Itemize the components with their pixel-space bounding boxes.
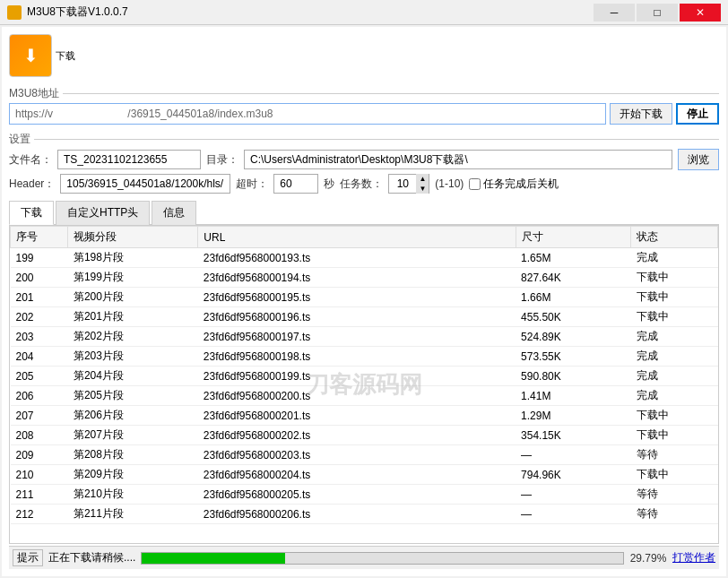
dir-input[interactable] xyxy=(244,150,672,169)
table-row: 206 第205片段 23fd6df9568000200.ts 1.41M 完成 xyxy=(11,386,718,406)
tab-info[interactable]: 信息 xyxy=(152,201,196,225)
table-row: 203 第202片段 23fd6df9568000197.ts 524.89K … xyxy=(11,327,718,347)
cell-status: 等待 xyxy=(631,505,718,524)
table-row: 207 第206片段 23fd6df9568000201.ts 1.29M 下载… xyxy=(11,406,718,426)
cell-seg: 第211片段 xyxy=(68,505,198,524)
cell-url: 23fd6df9568000197.ts xyxy=(198,327,516,347)
cell-url: 23fd6df9568000205.ts xyxy=(198,485,516,505)
cell-size: 1.65M xyxy=(516,248,631,268)
cell-status: 完成 xyxy=(631,347,718,367)
table-row: 204 第203片段 23fd6df9568000198.ts 573.55K … xyxy=(11,347,718,367)
download-table: 序号 视频分段 URL 尺寸 状态 199 第198片段 23fd6df9568… xyxy=(10,226,718,524)
shutdown-checkbox-label[interactable]: 任务完成后关机 xyxy=(469,177,559,192)
spinbox-up-button[interactable]: ▲ xyxy=(416,174,429,184)
download-icon-button[interactable]: ⬇ xyxy=(9,34,52,77)
cell-status: 下载中 xyxy=(631,268,718,288)
cell-seq: 205 xyxy=(11,367,68,386)
stop-button[interactable]: 停止 xyxy=(676,103,719,125)
timeout-input[interactable] xyxy=(273,174,318,194)
cell-seq: 201 xyxy=(11,288,68,307)
cell-seg: 第206片段 xyxy=(68,406,198,426)
browse-button[interactable]: 浏览 xyxy=(678,149,719,170)
cell-seg: 第207片段 xyxy=(68,426,198,445)
cell-url: 23fd6df9568000194.ts xyxy=(198,268,516,288)
cell-size: — xyxy=(516,445,631,465)
cell-size: — xyxy=(516,485,631,505)
cell-seq: 200 xyxy=(11,268,68,288)
title-bar-buttons: ─ □ ✕ xyxy=(594,4,721,22)
start-download-button[interactable]: 开始下载 xyxy=(610,103,672,125)
table-row: 208 第207片段 23fd6df9568000202.ts 354.15K … xyxy=(11,426,718,445)
filename-input[interactable] xyxy=(57,150,201,169)
task-count-spinbox[interactable]: ▲ ▼ xyxy=(388,174,429,194)
cell-seq: 204 xyxy=(11,347,68,367)
url-input[interactable] xyxy=(9,103,606,125)
cell-status: 下载中 xyxy=(631,288,718,307)
tab-download[interactable]: 下载 xyxy=(9,201,54,225)
cell-url: 23fd6df9568000196.ts xyxy=(198,307,516,327)
main-content: ⬇ 下载 M3U8地址 开始下载 停止 设置 文件名： 目录： 浏览 Heade… xyxy=(2,27,726,576)
task-count-input[interactable] xyxy=(389,175,416,193)
maximize-button[interactable]: □ xyxy=(637,4,678,22)
cell-status: 等待 xyxy=(631,445,718,465)
cell-status: 完成 xyxy=(631,386,718,406)
task-count-range: (1-10) xyxy=(435,177,464,190)
status-bar: 提示 正在下载请稍候.... 29.79% 打赏作者 xyxy=(9,546,719,569)
cell-status: 完成 xyxy=(631,327,718,347)
cell-seq: 207 xyxy=(11,406,68,426)
tab-http-header[interactable]: 自定义HTTP头 xyxy=(56,201,150,225)
cell-seq: 206 xyxy=(11,386,68,406)
cell-url: 23fd6df9568000198.ts xyxy=(198,347,516,367)
download-label: 下载 xyxy=(56,49,75,63)
cell-seg: 第200片段 xyxy=(68,288,198,307)
table-row: 211 第210片段 23fd6df9568000205.ts — 等待 xyxy=(11,485,718,505)
cell-url: 23fd6df9568000203.ts xyxy=(198,445,516,465)
col-header-url: URL xyxy=(198,227,516,248)
hint-label: 提示 xyxy=(13,549,43,566)
cell-seq: 210 xyxy=(11,465,68,485)
cell-seg: 第205片段 xyxy=(68,386,198,406)
cell-url: 23fd6df9568000202.ts xyxy=(198,426,516,445)
progress-percent: 29.79% xyxy=(629,552,667,565)
cell-size: 1.29M xyxy=(516,406,631,426)
table-row: 210 第209片段 23fd6df9568000204.ts 794.96K … xyxy=(11,465,718,485)
dir-label: 目录： xyxy=(206,152,238,168)
progress-bar-fill xyxy=(142,553,285,564)
cell-seg: 第199片段 xyxy=(68,268,198,288)
cell-size: 1.66M xyxy=(516,288,631,307)
filename-label: 文件名： xyxy=(9,152,52,168)
table-row: 200 第199片段 23fd6df9568000194.ts 827.64K … xyxy=(11,268,718,288)
settings-section: 设置 文件名： 目录： 浏览 Header： 超时： 秒 任务数： ▲ ▼ (1… xyxy=(9,130,719,197)
title-bar-text: M3U8下载器V1.0.0.7 xyxy=(27,4,594,20)
close-button[interactable]: ✕ xyxy=(680,4,721,22)
cell-seq: 203 xyxy=(11,327,68,347)
settings-label: 设置 xyxy=(9,132,719,147)
contact-link[interactable]: 打赏作者 xyxy=(672,550,715,565)
header-input[interactable] xyxy=(60,174,230,194)
minimize-button[interactable]: ─ xyxy=(594,4,635,22)
cell-seg: 第208片段 xyxy=(68,445,198,465)
cell-size: 590.80K xyxy=(516,367,631,386)
app-icon xyxy=(7,5,22,20)
col-header-size: 尺寸 xyxy=(516,227,631,248)
url-section: M3U8地址 开始下载 停止 xyxy=(9,84,719,130)
progress-bar-container xyxy=(141,552,624,565)
col-header-seg: 视频分段 xyxy=(68,227,198,248)
col-header-seq: 序号 xyxy=(11,227,68,248)
cell-seq: 211 xyxy=(11,485,68,505)
table-row: 212 第211片段 23fd6df9568000206.ts — 等待 xyxy=(11,505,718,524)
table-body: 199 第198片段 23fd6df9568000193.ts 1.65M 完成… xyxy=(11,248,718,524)
table-row: 199 第198片段 23fd6df9568000193.ts 1.65M 完成 xyxy=(11,248,718,268)
cell-seg: 第210片段 xyxy=(68,485,198,505)
timeout-unit: 秒 xyxy=(324,177,334,192)
shutdown-checkbox[interactable] xyxy=(469,178,481,190)
download-arrow-icon: ⬇ xyxy=(23,45,39,66)
settings-row-2: Header： 超时： 秒 任务数： ▲ ▼ (1-10) 任务完成后关机 xyxy=(9,174,719,194)
cell-status: 下载中 xyxy=(631,465,718,485)
spinbox-down-button[interactable]: ▼ xyxy=(416,184,429,194)
cell-status: 完成 xyxy=(631,367,718,386)
cell-size: — xyxy=(516,505,631,524)
table-wrapper[interactable]: 序号 视频分段 URL 尺寸 状态 199 第198片段 23fd6df9568… xyxy=(10,226,718,543)
title-bar: M3U8下载器V1.0.0.7 ─ □ ✕ xyxy=(0,0,728,25)
cell-seg: 第198片段 xyxy=(68,248,198,268)
